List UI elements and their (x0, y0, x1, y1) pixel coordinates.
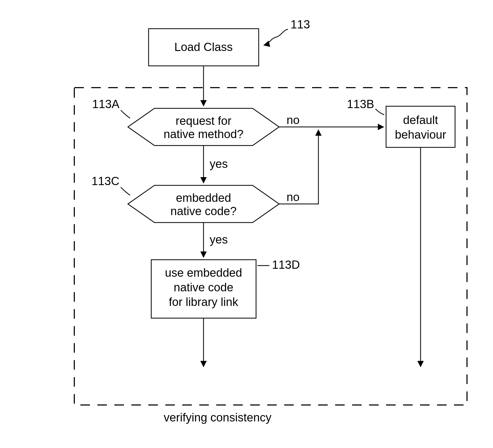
def-line2: behaviour (395, 128, 446, 141)
d1-line1: request for (176, 114, 231, 127)
ref-113c-label: 113C (92, 174, 119, 187)
edge-d1-no-label: no (287, 113, 300, 126)
edge-d2-yes-label: yes (210, 233, 228, 246)
edge-d2-no-label: no (287, 190, 300, 203)
edge-d1-yes-label: yes (210, 157, 228, 170)
group-label: verifying consistency (164, 411, 271, 424)
ref-113a-label: 113A (92, 97, 119, 110)
d1-line2: native method? (164, 127, 244, 140)
ref-113b-label: 113B (347, 97, 374, 110)
node-use-embedded: use embedded native code for library lin… (151, 260, 256, 318)
node-decision-native-method: request for native method? (128, 108, 279, 146)
ref-113c: 113C (92, 174, 130, 195)
node-decision-embedded-code: embedded native code? (128, 185, 279, 223)
node-load-class: Load Class (149, 29, 259, 66)
node-default-behaviour: default behaviour (386, 106, 455, 147)
def-line1: default (403, 113, 438, 126)
flowchart-diagram: verifying consistency Load Class 113 req… (0, 0, 493, 448)
ref-113b: 113B (347, 97, 384, 115)
use-line1: use embedded (165, 266, 242, 279)
ref-113a: 113A (92, 97, 130, 118)
use-line3: for library link (169, 295, 239, 308)
node-load-class-label: Load Class (174, 40, 233, 53)
ref-113d-label: 113D (272, 258, 300, 271)
use-line2: native code (174, 281, 233, 294)
d2-line2: native code? (170, 204, 237, 217)
d2-line1: embedded (176, 191, 231, 204)
ref-113d: 113D (257, 258, 300, 271)
ref-113-label: 113 (291, 18, 310, 31)
svg-rect-4 (386, 106, 455, 147)
ref-113: 113 (264, 18, 310, 45)
